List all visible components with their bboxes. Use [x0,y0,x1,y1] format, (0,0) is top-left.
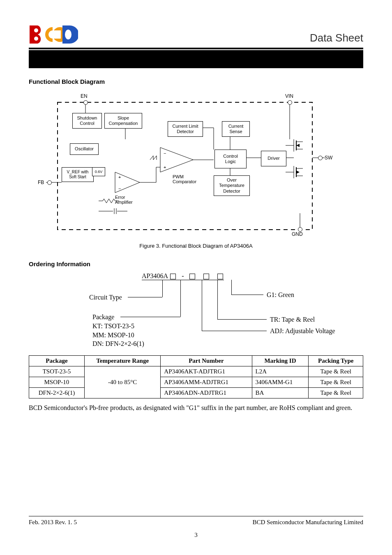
cell-mark: L2A [252,366,309,377]
pin-label-vin: VIN [285,93,293,99]
block-ctrllogic: Control Logic [214,150,247,168]
ord-box-adj-icon [189,274,195,279]
pin-label-fb: FB [38,180,44,185]
footer-left: Feb. 2013 Rev. 1. 5 [29,519,77,526]
pin-gnd-icon [298,227,302,232]
label-error-amp: Error Amplifier [115,195,133,205]
pin-vin-icon [288,100,292,105]
label-pwm: PWM Comparator [173,174,196,184]
ord-box-pkg-icon [170,274,176,279]
block-vref-val: 0.6V [92,167,105,176]
cell-mark: BA [252,388,309,398]
svg-point-0 [34,28,38,32]
rohs-note: BCD Semiconductor's Pb-free products, as… [29,404,363,412]
datasheet-title: Data Sheet [310,32,363,44]
block-oscillator: Oscillator [70,143,99,155]
svg-text:+: + [118,175,121,180]
section-title-func: Functional Block Diagram [29,78,363,85]
block-curlimit: Current Limit Detector [168,121,203,137]
ordering-table: Package Temperature Range Part Number Ma… [29,355,363,398]
cell-pack: Tape & Reel [309,388,363,398]
block-cursense: Current Sense [222,121,250,137]
cell-mark: 3406AMM-G1 [252,377,309,388]
th-package: Package [29,356,85,366]
ordering-diagram: AP3406A - Circuit Type Package KT: TSOT-… [40,272,352,346]
ordering-code-row: AP3406A - [142,272,224,280]
block-slope: Slope Compensation [104,113,142,129]
block-ovtemp: Over Temperature Detector [214,175,250,196]
header: Data Sheet [29,25,363,44]
black-banner [29,50,363,68]
svg-marker-30 [296,170,300,174]
svg-marker-25 [296,144,300,147]
dash: - [182,272,184,279]
ordering-adj: ADJ: Adjustable Voltage [270,327,335,335]
table-row: DFN-2×2-6(1) AP3406ADN-ADJTRG1 BA Tape &… [29,388,363,398]
table-row: MSOP-10 AP3406AMM-ADJTRG1 3406AMM-G1 Tap… [29,377,363,388]
svg-text:−: − [118,186,121,191]
th-marking: Marking ID [252,356,309,366]
ordering-package-label: Package [92,313,114,321]
pin-fb-icon [47,180,52,185]
th-temp: Temperature Range [84,356,160,366]
svg-point-1 [34,37,38,41]
cell-part: AP3406AKT-ADJTRG1 [161,366,252,377]
footer-rule [29,516,363,516]
block-driver: Driver [261,151,286,166]
header-rule [29,48,363,49]
pin-label-gnd: GND [292,231,303,237]
ordering-tr: TR: Tape & Reel [270,316,315,323]
cell-pack: Tape & Reel [309,366,363,377]
footer-right: BCD Semiconductor Manufacturing Limited [252,519,363,526]
ordering-g1: G1: Green [267,291,294,299]
table-header-row: Package Temperature Range Part Number Ma… [29,356,363,366]
cell-pkg: DFN-2×2-6(1) [29,388,85,398]
page: Data Sheet Functional Block Diagram + − … [0,0,392,555]
ordering-circuit-type: Circuit Type [89,294,122,301]
footer: Feb. 2013 Rev. 1. 5 BCD Semiconductor Ma… [29,516,363,539]
pin-en-icon [83,100,88,105]
svg-text:−: − [164,151,166,156]
svg-point-4 [65,30,71,39]
svg-text:+: + [164,165,166,170]
block-diagram: + − − + [37,90,333,238]
svg-point-3 [49,31,56,38]
cell-part: AP3406AMM-ADJTRG1 [161,377,252,388]
cell-pack: Tape & Reel [309,377,363,388]
cell-part: AP3406ADN-ADJTRG1 [161,388,252,398]
figure-caption: Figure 3. Functional Block Diagram of AP… [29,243,363,249]
th-part: Part Number [161,356,252,366]
cell-pkg: MSOP-10 [29,377,85,388]
page-number: 3 [29,532,363,539]
pin-label-sw: SW [325,155,332,161]
section-title-ordering: Ordering Information [29,260,363,267]
ord-box-g1-icon [217,274,223,279]
cell-temp: -40 to 85°C [84,366,160,398]
block-vref: V_REF with Soft Start [62,167,94,182]
cell-pkg: TSOT-23-5 [29,366,85,377]
th-packing: Packing Type [309,356,363,366]
logo-bcd [29,25,78,44]
ordering-package-lines: KT: TSOT-23-5 MM: MSOP-10 DN: DFN-2×2-6(… [92,322,144,348]
table-row: TSOT-23-5 -40 to 85°C AP3406AKT-ADJTRG1 … [29,366,363,377]
block-shutdown: Shutdown Control [72,113,102,129]
ordering-code: AP3406A [142,272,168,279]
ord-box-tr-icon [203,274,209,279]
pin-sw-icon [318,156,323,160]
pin-label-en: EN [81,93,88,99]
